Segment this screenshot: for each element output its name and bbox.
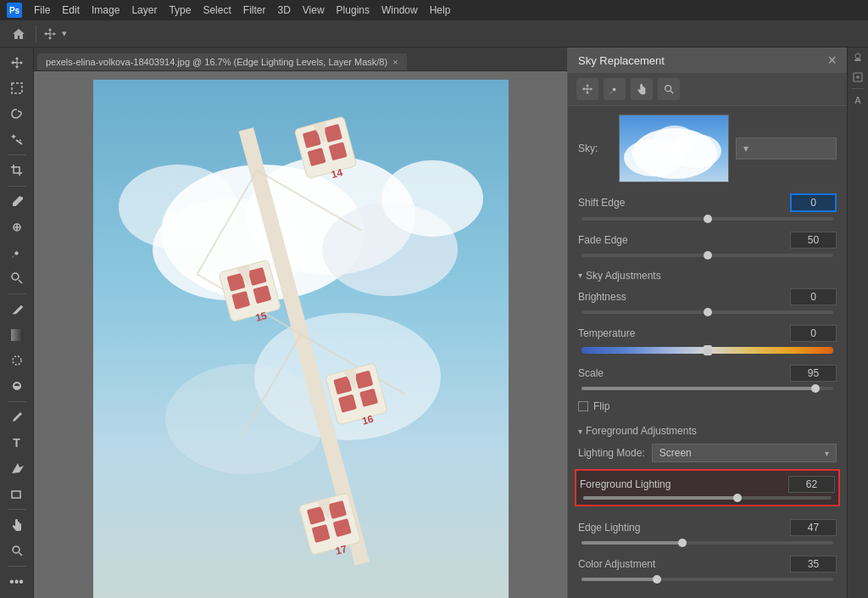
tab-close[interactable]: × xyxy=(392,57,398,67)
menu-3d[interactable]: 3D xyxy=(277,4,290,16)
canvas-content: 14 15 xyxy=(34,71,567,598)
menu-edit[interactable]: Edit xyxy=(62,4,80,16)
menu-file[interactable]: File xyxy=(34,4,50,16)
foreground-lighting-thumb[interactable] xyxy=(733,494,742,502)
image-tab[interactable]: pexels-elina-volkova-18403914.jpg @ 16.7… xyxy=(37,53,407,70)
tool-more[interactable]: ••• xyxy=(5,570,29,594)
svg-point-62 xyxy=(855,53,860,59)
tool-healing[interactable] xyxy=(5,215,29,239)
toolbar-separator-2 xyxy=(8,186,26,187)
color-adjustment-input[interactable] xyxy=(790,556,837,573)
color-adjustment-thumb[interactable] xyxy=(653,575,661,584)
dialog-body: Sky: xyxy=(568,106,847,598)
dialog-tool-brush[interactable] xyxy=(604,78,626,100)
tool-text[interactable]: T xyxy=(5,431,29,455)
shift-edge-row: Shift Edge xyxy=(578,193,837,212)
tool-blur[interactable] xyxy=(5,349,29,372)
menu-layer[interactable]: Layer xyxy=(131,4,157,16)
tool-zoom[interactable] xyxy=(5,539,29,562)
menu-plugins[interactable]: Plugins xyxy=(337,4,370,16)
edge-lighting-thumb[interactable] xyxy=(678,539,687,547)
svg-rect-6 xyxy=(11,329,23,341)
fade-edge-slider-row xyxy=(578,254,837,257)
toolbar-separator-5 xyxy=(8,509,26,510)
menu-type[interactable]: Type xyxy=(169,4,191,16)
tool-eraser[interactable] xyxy=(5,298,29,321)
sky-dropdown[interactable]: ▾ xyxy=(736,137,837,159)
menu-select[interactable]: Select xyxy=(203,4,231,16)
dialog-tool-hand[interactable] xyxy=(631,78,653,100)
svg-rect-0 xyxy=(12,83,22,93)
menu-image[interactable]: Image xyxy=(92,4,120,16)
scale-thumb[interactable] xyxy=(811,384,820,393)
tool-shape[interactable] xyxy=(5,482,29,506)
menu-view[interactable]: View xyxy=(303,4,325,16)
tool-hand[interactable] xyxy=(5,513,29,537)
fade-edge-thumb[interactable] xyxy=(704,251,712,260)
home-button[interactable] xyxy=(8,24,29,44)
brightness-input[interactable] xyxy=(790,288,837,305)
flip-checkbox[interactable] xyxy=(578,401,588,411)
lighting-mode-arrow: ▾ xyxy=(825,449,829,458)
scale-input[interactable] xyxy=(790,365,837,382)
tool-dodge[interactable] xyxy=(5,374,29,398)
tool-magic-wand[interactable] xyxy=(5,127,29,151)
spacer-4 xyxy=(578,319,837,320)
shift-edge-input[interactable] xyxy=(790,193,837,212)
tool-pen[interactable] xyxy=(5,405,29,429)
toolbar-separator-3 xyxy=(8,293,26,294)
brightness-track xyxy=(581,310,833,314)
spacer-6 xyxy=(578,395,837,396)
brightness-slider-row xyxy=(578,310,837,314)
foreground-lighting-label: Foreground Lighting xyxy=(580,478,670,490)
tool-lasso[interactable] xyxy=(5,102,29,126)
fg-adj-chevron: ▾ xyxy=(578,427,582,436)
shift-edge-slider-row xyxy=(578,217,837,221)
dialog-tool-zoom[interactable] xyxy=(658,78,680,100)
tool-select-rect[interactable] xyxy=(5,76,29,100)
mini-tool-3[interactable]: A xyxy=(850,92,865,108)
edge-lighting-input[interactable] xyxy=(790,519,837,536)
sky-adjustments-header: ▾ Sky Adjustments xyxy=(578,268,837,283)
lighting-mode-dropdown[interactable]: Screen ▾ xyxy=(652,444,837,462)
foreground-lighting-track xyxy=(583,496,832,500)
tool-gradient[interactable] xyxy=(5,323,29,347)
brightness-row: Brightness xyxy=(578,288,837,305)
scale-row: Scale xyxy=(578,365,837,382)
svg-point-17 xyxy=(381,160,483,237)
temperature-thumb[interactable] xyxy=(704,345,712,355)
lighting-mode-row: Lighting Mode: Screen ▾ xyxy=(578,444,837,462)
tool-brush[interactable] xyxy=(5,241,29,265)
tool-eyedropper[interactable] xyxy=(5,190,29,214)
dialog-tool-move[interactable] xyxy=(576,78,598,100)
foreground-lighting-input[interactable] xyxy=(788,476,835,493)
dialog-close-button[interactable]: × xyxy=(827,53,837,68)
tool-clone[interactable] xyxy=(5,266,29,290)
fade-edge-input[interactable] xyxy=(790,232,837,249)
shift-edge-thumb[interactable] xyxy=(704,215,712,223)
temperature-input[interactable] xyxy=(790,325,837,342)
sky-adjustments-label: Sky Adjustments xyxy=(586,270,661,282)
move-tool-options: ▾ xyxy=(43,27,67,41)
mini-tool-2[interactable] xyxy=(850,70,865,85)
color-adjustment-row: Color Adjustment xyxy=(578,556,837,573)
right-section: Sky Replacement × xyxy=(567,48,868,598)
main-area: T ••• pexels-elina-volkova-18403914.jpg … xyxy=(0,48,868,598)
tool-crop[interactable] xyxy=(5,159,29,182)
svg-line-10 xyxy=(19,553,22,556)
canvas-background: 14 15 xyxy=(34,71,567,598)
menu-help[interactable]: Help xyxy=(430,4,451,16)
tool-path-select[interactable] xyxy=(5,456,29,480)
foreground-adjustments-header: ▾ Foreground Adjustments xyxy=(578,423,837,439)
left-toolbar: T ••• xyxy=(0,48,34,598)
tool-move[interactable] xyxy=(5,51,29,75)
sky-selector-row: Sky: xyxy=(578,115,837,182)
fade-edge-row: Fade Edge xyxy=(578,232,837,249)
brightness-thumb[interactable] xyxy=(704,308,712,316)
menu-filter[interactable]: Filter xyxy=(243,4,266,16)
mini-separator xyxy=(852,88,864,89)
lighting-mode-label: Lighting Mode: xyxy=(578,447,645,459)
mini-tool-1[interactable] xyxy=(850,51,865,66)
menu-window[interactable]: Window xyxy=(381,4,418,16)
menu-bar: Ps File Edit Image Layer Type Select Fil… xyxy=(0,0,868,20)
